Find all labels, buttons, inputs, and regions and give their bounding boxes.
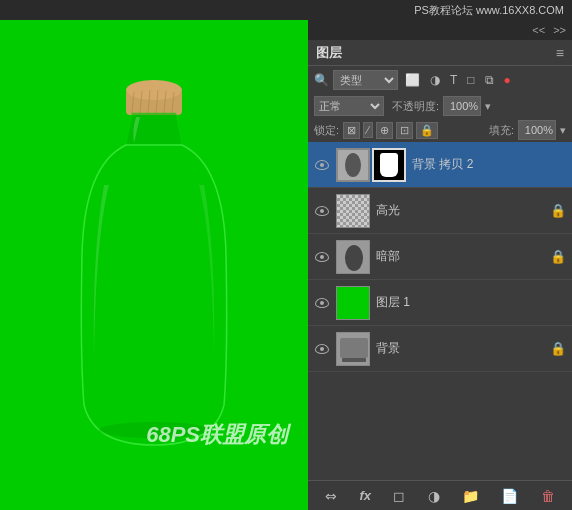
layer-thumb-mask	[372, 148, 406, 182]
layer-name: 背景	[376, 340, 544, 357]
fill-arrow[interactable]: ▾	[560, 124, 566, 137]
layer-lock-icon: 🔒	[550, 249, 566, 264]
layers-list: 背景 拷贝 2 高光 🔒 暗部 🔒	[308, 142, 572, 480]
filter-icon-pixel[interactable]: ⬜	[402, 72, 423, 88]
layer-visibility-btn[interactable]	[314, 341, 330, 357]
lock-art-btn[interactable]: 🔒	[416, 122, 438, 139]
lock-draw-btn[interactable]: ∕	[363, 122, 373, 138]
lock-icons: ⊠ ∕ ⊕ ⊡ 🔒	[343, 122, 438, 139]
layer-thumb-content	[336, 148, 370, 182]
layer-thumb-content	[336, 332, 370, 366]
top-watermark-bar: PS教程论坛 www.16XX8.COM	[0, 0, 572, 20]
fill-label: 填充:	[489, 123, 514, 138]
svg-rect-16	[342, 358, 366, 362]
svg-point-13	[345, 245, 363, 271]
layers-title: 图层	[316, 44, 342, 62]
layer-lock-icon: 🔒	[550, 341, 566, 356]
lock-row: 锁定: ⊠ ∕ ⊕ ⊡ 🔒 填充: ▾	[308, 118, 572, 142]
opacity-input[interactable]	[443, 96, 481, 116]
layer-visibility-btn[interactable]	[314, 249, 330, 265]
new-layer-btn[interactable]: 📄	[497, 486, 522, 506]
filter-icon-smart[interactable]: ⧉	[482, 72, 497, 88]
adjustment-btn[interactable]: ◑	[424, 486, 444, 506]
svg-point-11	[345, 153, 361, 177]
canvas-area: 68PS联盟原创	[0, 20, 308, 510]
layers-titlebar: 图层 ≡	[308, 40, 572, 66]
lock-move-btn[interactable]: ⊕	[376, 122, 393, 139]
canvas-watermark: 68PS联盟原创	[146, 420, 288, 450]
bottle-svg	[54, 55, 254, 475]
layer-lock-icon: 🔒	[550, 203, 566, 218]
lock-pixel-btn[interactable]: ⊠	[343, 122, 360, 139]
opacity-label: 不透明度:	[392, 99, 439, 114]
layer-thumb-content	[336, 286, 370, 320]
layer-visibility-btn[interactable]	[314, 203, 330, 219]
layer-thumb-content	[336, 194, 370, 228]
opacity-arrow[interactable]: ▾	[485, 100, 491, 113]
layer-item[interactable]: 暗部 🔒	[308, 234, 572, 280]
layer-item[interactable]: 背景 🔒	[308, 326, 572, 372]
layers-menu-icon[interactable]: ≡	[556, 45, 564, 61]
layers-toolbar: ⇔ fx ◻ ◑ 📁 📄 🗑	[308, 480, 572, 510]
layer-name: 高光	[376, 202, 544, 219]
filter-icon-dot[interactable]: ●	[501, 72, 514, 88]
panel-expand-btn[interactable]: >>	[553, 24, 566, 36]
layer-type-select[interactable]: 类型	[333, 70, 398, 90]
layer-item[interactable]: 高光 🔒	[308, 188, 572, 234]
fx-btn[interactable]: fx	[356, 486, 376, 505]
layer-thumb-content	[336, 240, 370, 274]
layer-name: 图层 1	[376, 294, 566, 311]
layer-visibility-btn[interactable]	[314, 157, 330, 173]
search-bar: 🔍 类型 ⬜ ◑ T □ ⧉ ●	[308, 66, 572, 94]
lock-all-btn[interactable]: ⊡	[396, 122, 413, 139]
right-panel: << >> 图层 ≡ 🔍 类型 ⬜ ◑ T □ ⧉ ● 正常 不透明度: ▾ 锁…	[308, 20, 572, 510]
filter-icon-text[interactable]: T	[447, 72, 460, 88]
panel-topbar: << >>	[308, 20, 572, 40]
watermark-text: PS教程论坛 www.16XX8.COM	[414, 3, 564, 18]
layer-name: 暗部	[376, 248, 544, 265]
svg-rect-15	[340, 338, 368, 358]
panel-collapse-btn[interactable]: <<	[532, 24, 545, 36]
blend-mode-select[interactable]: 正常	[314, 96, 384, 116]
layer-visibility-btn[interactable]	[314, 295, 330, 311]
delete-layer-btn[interactable]: 🗑	[537, 486, 559, 506]
new-group-btn[interactable]: 📁	[458, 486, 483, 506]
fill-input[interactable]	[518, 120, 556, 140]
lock-label: 锁定:	[314, 123, 339, 138]
layer-item[interactable]: 背景 拷贝 2	[308, 142, 572, 188]
filter-icon-adjust[interactable]: ◑	[427, 72, 443, 88]
link-layers-btn[interactable]: ⇔	[321, 486, 341, 506]
add-mask-btn[interactable]: ◻	[389, 486, 409, 506]
filter-icon-shape[interactable]: □	[464, 72, 477, 88]
layer-item[interactable]: 图层 1	[308, 280, 572, 326]
layer-name: 背景 拷贝 2	[412, 156, 566, 173]
blend-row: 正常 不透明度: ▾	[308, 94, 572, 118]
layer-thumbs	[336, 148, 406, 182]
search-filter-icons: ⬜ ◑ T □ ⧉ ●	[402, 72, 514, 88]
search-icon: 🔍	[314, 73, 329, 87]
